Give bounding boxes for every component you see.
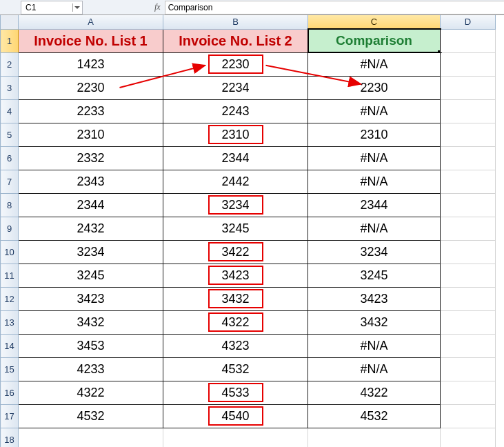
cell-B14[interactable]: 4323 [163, 334, 308, 357]
cell-D11[interactable] [441, 264, 496, 287]
row-header-10[interactable]: 10 [1, 240, 19, 264]
cell-D2[interactable] [441, 52, 496, 76]
cell-C16[interactable]: 4322 [308, 381, 441, 404]
row-header-9[interactable]: 9 [1, 217, 19, 240]
cell-B5[interactable]: 2310 [163, 123, 308, 146]
cell-A1[interactable]: Invoice No. List 1 [19, 29, 163, 52]
cell-C6[interactable]: #N/A [308, 146, 441, 170]
cell-A4[interactable]: 2233 [19, 99, 163, 123]
cell-C13[interactable]: 3432 [308, 310, 441, 334]
cell-A18[interactable] [19, 428, 163, 447]
cell-D6[interactable] [441, 146, 496, 170]
col-header-d[interactable]: D [441, 15, 496, 29]
cell-A8[interactable]: 2344 [19, 193, 163, 217]
cell-B7[interactable]: 2442 [163, 170, 308, 193]
row-header-8[interactable]: 8 [1, 193, 19, 217]
cell-A3[interactable]: 2230 [19, 76, 163, 99]
cell-D16[interactable] [441, 381, 496, 404]
row-header-4[interactable]: 4 [1, 99, 19, 123]
cell-B3[interactable]: 2234 [163, 76, 308, 99]
cell-D10[interactable] [441, 240, 496, 264]
row-header-2[interactable]: 2 [1, 52, 19, 76]
cell-A12[interactable]: 3423 [19, 287, 163, 310]
formula-input[interactable]: Comparison [165, 1, 504, 14]
cell-D18[interactable] [441, 428, 496, 447]
cell-C14[interactable]: #N/A [308, 334, 441, 357]
cell-D5[interactable] [441, 123, 496, 146]
row-header-1[interactable]: 1 [1, 29, 19, 52]
row-header-7[interactable]: 7 [1, 170, 19, 193]
cell-B9[interactable]: 3245 [163, 217, 308, 240]
cell-B13[interactable]: 4322 [163, 310, 308, 334]
cell-D13[interactable] [441, 310, 496, 334]
cell-C2[interactable]: #N/A [308, 52, 441, 76]
row-header-5[interactable]: 5 [1, 123, 19, 146]
cell-C3[interactable]: 2230 [308, 76, 441, 99]
cell-B4[interactable]: 2243 [163, 99, 308, 123]
cell-A5[interactable]: 2310 [19, 123, 163, 146]
fx-icon[interactable]: fx [154, 2, 161, 12]
cell-A15[interactable]: 4233 [19, 357, 163, 381]
cell-B2[interactable]: 2230 [163, 52, 308, 76]
cell-C8[interactable]: 2344 [308, 193, 441, 217]
cell-D1[interactable] [441, 29, 496, 52]
cell-B18[interactable] [163, 428, 308, 447]
cell-C15[interactable]: #N/A [308, 357, 441, 381]
cell-A13[interactable]: 3432 [19, 310, 163, 334]
row-header-15[interactable]: 15 [1, 357, 19, 381]
row-header-13[interactable]: 13 [1, 310, 19, 334]
cell-D7[interactable] [441, 170, 496, 193]
cell-B1[interactable]: Invoice No. List 2 [163, 29, 308, 52]
cell-C9[interactable]: #N/A [308, 217, 441, 240]
cell-B6[interactable]: 2344 [163, 146, 308, 170]
cell-C4[interactable]: #N/A [308, 99, 441, 123]
cell-D4[interactable] [441, 99, 496, 123]
row-header-12[interactable]: 12 [1, 287, 19, 310]
cell-D17[interactable] [441, 404, 496, 428]
col-header-a[interactable]: A [19, 15, 163, 29]
cell-A16[interactable]: 4322 [19, 381, 163, 404]
name-box[interactable]: C1 [21, 1, 83, 14]
cell-A9[interactable]: 2432 [19, 217, 163, 240]
col-header-b[interactable]: B [163, 15, 308, 29]
row-header-3[interactable]: 3 [1, 76, 19, 99]
row-header-11[interactable]: 11 [1, 264, 19, 287]
cell-A17[interactable]: 4532 [19, 404, 163, 428]
cell-C17[interactable]: 4532 [308, 404, 441, 428]
name-box-dropdown-icon[interactable] [72, 3, 81, 12]
cell-D14[interactable] [441, 334, 496, 357]
cell-A6[interactable]: 2332 [19, 146, 163, 170]
cell-A2[interactable]: 1423 [19, 52, 163, 76]
cell-B10[interactable]: 3422 [163, 240, 308, 264]
cell-D12[interactable] [441, 287, 496, 310]
cell-B15[interactable]: 4532 [163, 357, 308, 381]
spreadsheet-grid[interactable]: A B C D 1 Invoice No. List 1 Invoice No.… [0, 15, 496, 447]
cell-C1[interactable]: Comparison [308, 29, 441, 52]
cell-D9[interactable] [441, 217, 496, 240]
cell-D8[interactable] [441, 193, 496, 217]
cell-B8[interactable]: 3234 [163, 193, 308, 217]
cell-A14[interactable]: 3453 [19, 334, 163, 357]
cell-C12[interactable]: 3423 [308, 287, 441, 310]
cell-A7[interactable]: 2343 [19, 170, 163, 193]
cell-B16[interactable]: 4533 [163, 381, 308, 404]
cell-B12[interactable]: 3432 [163, 287, 308, 310]
cell-A11[interactable]: 3245 [19, 264, 163, 287]
cell-C5[interactable]: 2310 [308, 123, 441, 146]
row-header-18[interactable]: 18 [1, 428, 19, 447]
col-header-c[interactable]: C [308, 15, 441, 29]
cell-B11[interactable]: 3423 [163, 264, 308, 287]
cell-D15[interactable] [441, 357, 496, 381]
cell-C11[interactable]: 3245 [308, 264, 441, 287]
row-header-17[interactable]: 17 [1, 404, 19, 428]
cell-B17[interactable]: 4540 [163, 404, 308, 428]
row-header-14[interactable]: 14 [1, 334, 19, 357]
row-header-16[interactable]: 16 [1, 381, 19, 404]
cell-C10[interactable]: 3234 [308, 240, 441, 264]
cell-D3[interactable] [441, 76, 496, 99]
select-all-corner[interactable] [1, 15, 19, 29]
cell-A10[interactable]: 3234 [19, 240, 163, 264]
row-header-6[interactable]: 6 [1, 146, 19, 170]
cell-C7[interactable]: #N/A [308, 170, 441, 193]
cell-C18[interactable] [308, 428, 441, 447]
